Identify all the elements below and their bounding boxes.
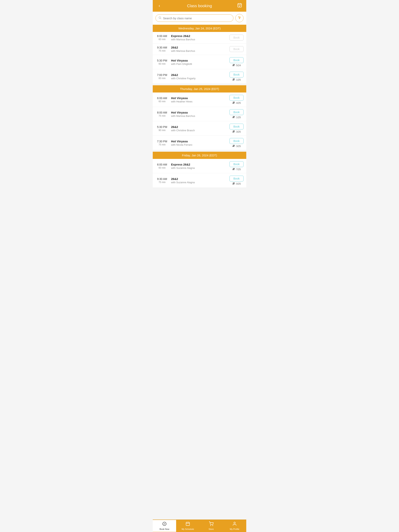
- table-row: 5:30 PM 90 min 26&2 with Christine Brasc…: [153, 121, 246, 136]
- class-name: Hot Vinyasa: [171, 111, 227, 114]
- nav-store[interactable]: Store: [200, 520, 223, 532]
- class-time-block: 5:30 PM 90 min: [155, 125, 169, 132]
- class-duration: 75 min: [155, 143, 169, 146]
- search-input[interactable]: [163, 17, 231, 20]
- svg-point-35: [234, 522, 235, 524]
- class-list: 6:00 AM 60 min Express 26&2 with Suzanne…: [153, 159, 246, 188]
- class-info: 26&2 with Suzanne Alagna: [171, 177, 227, 184]
- class-list: 6:00 AM 60 min Hot Vinyasa with Heather …: [153, 93, 246, 150]
- class-time-block: 9:30 AM 75 min: [155, 46, 169, 52]
- people-icon: [232, 145, 235, 148]
- calendar-icon[interactable]: [236, 3, 243, 9]
- search-input-wrap[interactable]: [155, 14, 233, 22]
- class-info: Express 26&2 with Marissa Barchus: [171, 34, 227, 41]
- capacity-info: 3/25: [232, 145, 241, 148]
- capacity-count: 0/25: [236, 183, 241, 185]
- class-action: Book 1/25: [230, 72, 244, 81]
- class-action: Book 7/25: [230, 161, 244, 171]
- class-time-main: 7:30 PM: [155, 140, 169, 143]
- class-time-block: 6:00 AM 60 min: [155, 163, 169, 169]
- people-icon: [232, 168, 235, 171]
- class-time-main: 5:30 PM: [155, 125, 169, 128]
- class-time-main: 5:30 PM: [155, 59, 169, 62]
- people-icon: [232, 101, 235, 104]
- class-time-block: 7:00 PM 60 min: [155, 73, 169, 80]
- svg-point-4: [159, 17, 161, 19]
- svg-point-24: [233, 168, 234, 169]
- book-button[interactable]: Book: [230, 161, 244, 167]
- table-row: 9:30 AM 75 min 26&2 with Marissa Barchus…: [153, 44, 246, 55]
- back-button[interactable]: ‹: [156, 3, 163, 8]
- svg-point-19: [234, 116, 235, 117]
- svg-point-15: [234, 78, 235, 79]
- nav-my-schedule[interactable]: My Schedule: [176, 520, 200, 532]
- svg-point-13: [234, 64, 235, 65]
- my-schedule-icon: [186, 521, 190, 527]
- book-button[interactable]: Book: [230, 57, 244, 63]
- capacity-count: 5/24: [236, 64, 241, 67]
- capacity-info: 7/25: [232, 168, 241, 171]
- class-time-block: 7:30 PM 75 min: [155, 140, 169, 146]
- class-time-main: 6:00 AM: [155, 97, 169, 100]
- page-title: Class booking: [187, 4, 212, 8]
- capacity-info: 3/25: [232, 130, 241, 133]
- main-content: Wednesday, Jan 24, 2024 (EDT) 6:00 AM 60…: [153, 25, 246, 532]
- book-button[interactable]: Book: [230, 109, 244, 115]
- svg-point-17: [234, 102, 235, 103]
- book-button[interactable]: Book: [230, 138, 244, 144]
- filter-button[interactable]: [235, 14, 244, 22]
- class-time-block: 6:00 AM 60 min: [155, 34, 169, 41]
- nav-book-now[interactable]: Book Now: [153, 520, 176, 532]
- capacity-count: 1/25: [236, 78, 241, 81]
- book-button[interactable]: Book: [230, 72, 244, 77]
- class-instructor: with Marissa Barchus: [171, 50, 227, 52]
- capacity-info: 1/25: [232, 116, 241, 119]
- class-instructor: with Marissa Barchus: [171, 114, 227, 117]
- class-action: Book: [230, 35, 244, 40]
- table-row: 8:00 AM 75 min Hot Vinyasa with Marissa …: [153, 107, 246, 121]
- class-time-main: 9:30 AM: [155, 177, 169, 181]
- class-name: Express 26&2: [171, 34, 227, 38]
- svg-point-20: [233, 130, 234, 132]
- book-button[interactable]: Book: [230, 95, 244, 101]
- nav-my-profile[interactable]: My Profile: [223, 520, 246, 532]
- table-row: 6:00 AM 60 min Hot Vinyasa with Heather …: [153, 93, 246, 107]
- class-info: 26&2 with Christine Fogarty: [171, 73, 227, 80]
- book-button[interactable]: Book: [230, 124, 244, 129]
- people-icon: [232, 130, 235, 133]
- nav-my-schedule-label: My Schedule: [182, 528, 194, 530]
- class-time-block: 6:00 AM 60 min: [155, 97, 169, 103]
- class-name: Hot Vinyasa: [171, 59, 227, 62]
- class-instructor: with Suzanne Alagna: [171, 166, 227, 169]
- class-name: Hot Vinyasa: [171, 96, 227, 100]
- nav-book-now-label: Book Now: [160, 528, 169, 530]
- class-action: Book 4/25: [230, 95, 244, 104]
- class-action: Book: [230, 46, 244, 52]
- day-header: Thursday, Jan 25, 2024 (EDT): [153, 85, 246, 93]
- search-bar: [153, 12, 246, 25]
- table-row: 7:30 PM 75 min Hot Vinyasa with Nicola F…: [153, 136, 246, 150]
- capacity-count: 3/25: [236, 145, 241, 148]
- class-name: Hot Vinyasa: [171, 140, 227, 143]
- class-time-main: 9:30 AM: [155, 46, 169, 49]
- class-name: 26&2: [171, 177, 227, 181]
- svg-point-27: [234, 183, 235, 184]
- class-info: Hot Vinyasa with Nicola Ferraro: [171, 140, 227, 146]
- table-row: 6:00 AM 60 min Express 26&2 with Suzanne…: [153, 159, 246, 173]
- class-info: Express 26&2 with Suzanne Alagna: [171, 163, 227, 169]
- class-name: 26&2: [171, 46, 227, 49]
- class-duration: 60 min: [155, 38, 169, 41]
- svg-point-26: [233, 183, 234, 184]
- class-info: Hot Vinyasa with Heather Hines: [171, 96, 227, 103]
- svg-point-12: [233, 64, 234, 65]
- svg-rect-0: [238, 4, 242, 7]
- nav-store-label: Store: [209, 528, 214, 530]
- class-action: Book 3/25: [230, 138, 244, 148]
- class-action: Book 5/24: [230, 57, 244, 67]
- book-button[interactable]: Book: [230, 176, 244, 182]
- class-time-main: 6:00 AM: [155, 34, 169, 38]
- svg-point-10: [240, 18, 240, 18]
- class-time-block: 9:30 AM 75 min: [155, 177, 169, 184]
- svg-point-21: [234, 130, 235, 132]
- day-header: Wednesday, Jan 24, 2024 (EDT): [153, 25, 246, 32]
